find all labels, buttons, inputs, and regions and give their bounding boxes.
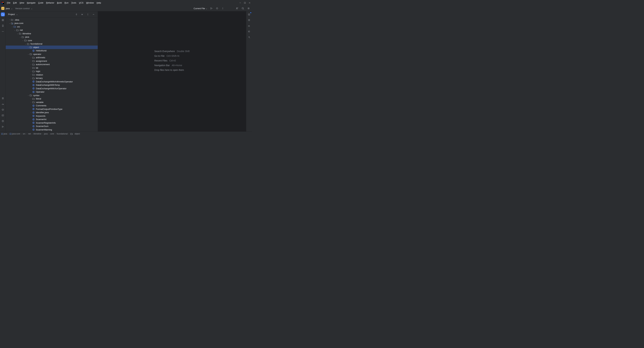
vcs-widget[interactable]: Version control ⌄ [15,7,33,10]
tree-item-object[interactable]: ⌄object [6,45,98,49]
select-opened-file-button[interactable] [74,12,78,16]
hint-row[interactable]: Search EverywhereDouble Shift [154,50,190,52]
todo-tool-button[interactable] [1,96,5,100]
menu-navigate[interactable]: Navigate [26,1,36,5]
editor-empty-state[interactable]: Search EverywhereDouble ShiftGo to FileC… [98,11,246,131]
tree-item-src[interactable]: ⌄src [6,25,98,28]
tree-arrow-icon[interactable]: ⌄ [24,43,27,45]
tree-item--idea[interactable]: ›.idea [6,18,98,21]
tree-item-literal[interactable]: ›literal [6,97,98,101]
tree-item-identifier-java[interactable]: ›Identifier.java [6,111,98,114]
menu-code[interactable]: Code [37,1,44,5]
more-actions-button[interactable] [221,6,224,10]
breadcrumb-item-foundational[interactable]: foundational [57,133,68,135]
bookmarks-tool-button[interactable] [1,24,5,28]
project-badge[interactable]: J [1,7,4,10]
menu-vcs[interactable]: VCS [78,1,85,5]
settings-button[interactable] [247,6,250,10]
breadcrumb-item-core[interactable]: core [50,133,54,135]
tree-item-java[interactable]: ⌄java [6,35,98,39]
notifications-button[interactable] [247,12,251,16]
maven-tool-button[interactable]: m [247,24,251,28]
vcs-tool-button[interactable] [1,125,5,129]
menu-view[interactable]: View [18,1,25,5]
search-button[interactable] [241,6,245,10]
tree-item-scannerint[interactable]: ScannerInt [6,118,98,121]
tree-item-ternary[interactable]: ›ternary [6,76,98,80]
tree-arrow-icon[interactable]: › [30,57,32,58]
services-tool-button[interactable] [1,108,5,112]
tree-item-operator[interactable]: ⌄operator [6,52,98,56]
profiler-tool-button[interactable] [1,102,5,106]
tree-arrow-icon[interactable]: ⌄ [22,39,24,41]
tree-item-bit[interactable]: ›bit [6,66,98,70]
database-tool-button[interactable] [247,18,251,22]
structure-tool-button[interactable] [1,18,5,22]
run-button[interactable] [210,6,213,10]
menu-run[interactable]: Run [63,1,70,5]
problems-tool-button[interactable] [1,119,5,123]
menu-tools[interactable]: Tools [70,1,78,5]
tree-arrow-icon[interactable]: › [30,77,32,79]
tree-arrow-icon[interactable]: › [30,60,32,62]
tree-arrow-icon[interactable]: ⌄ [16,33,19,34]
breadcrumb-item-java[interactable]: java [1,133,7,135]
recover-tool-button[interactable] [247,29,251,33]
tree-item-helloworld[interactable]: HelloWorld [6,49,98,52]
tree-arrow-icon[interactable]: ⌄ [27,53,30,55]
tree-item-core[interactable]: ⌄core [6,39,98,42]
tree-item-foundational[interactable]: ⌄foundational [6,42,98,46]
tree-item-dataexchangewithtemp[interactable]: DataExchangeWithTemp [6,83,98,87]
tree-item-keywords[interactable]: Keywords [6,114,98,118]
breadcrumb-item-java-core[interactable]: java-core [10,133,20,135]
tree-item-comments[interactable]: Comments [6,104,98,107]
more-tools-button[interactable] [1,29,5,33]
tree-arrow-icon[interactable]: ⌄ [27,94,30,96]
tree-arrow-icon[interactable]: ⌄ [8,22,11,24]
project-tree[interactable]: ›.idea⌄java-core⌄src⌄net⌄ittimeline⌄java… [6,17,98,131]
ai-assistant-button[interactable] [247,35,251,39]
tree-item-syntax[interactable]: ⌄syntax [6,94,98,97]
tree-arrow-icon[interactable]: ⌄ [19,36,22,38]
breadcrumb-item-object[interactable]: object [70,132,80,135]
tree-arrow-icon[interactable]: › [30,98,32,100]
tree-item-formatoutputprimitivetype[interactable]: FormatOutputPrimitiveType [6,107,98,111]
tree-item-scannersum[interactable]: ScannerSum [6,125,98,128]
menu-refactor[interactable]: Refactor [45,1,56,5]
tree-arrow-icon[interactable]: › [30,112,32,113]
tree-item-autoincrement[interactable]: ›autoincrement [6,63,98,66]
tree-item-ittimeline[interactable]: ⌄ittimeline [6,32,98,35]
panel-options-button[interactable] [86,12,90,16]
tree-item-operator[interactable]: Operator [6,90,98,94]
tree-item-logic[interactable]: ›logic [6,70,98,73]
breadcrumb-item-src[interactable]: src [23,133,26,135]
menu-window[interactable]: Window [85,1,95,5]
breadcrumb-item-ittimeline[interactable]: ittimeline [33,133,41,135]
hint-row[interactable]: Go to FileCtrl+Shift+N [154,55,190,57]
minimize-button[interactable] [239,2,241,4]
code-with-me-button[interactable] [235,6,239,10]
run-config-dropdown[interactable]: Current File ⌄ [194,7,208,10]
menu-edit[interactable]: Edit [12,1,18,5]
project-view-dropdown[interactable]: Project ⌄ [8,13,18,15]
breadcrumb-item-net[interactable]: net [28,133,31,135]
project-tool-button[interactable] [1,12,5,16]
tree-arrow-icon[interactable]: › [30,67,32,69]
tree-item-dataexchangewitharithmeticoperator[interactable]: DataExchangeWithArithmeticOperator [6,80,98,83]
hide-panel-button[interactable] [92,12,96,16]
tree-item-relation[interactable]: ›relation [6,73,98,76]
tree-arrow-icon[interactable]: ⌄ [27,46,30,48]
tree-arrow-icon[interactable]: › [30,74,32,75]
tree-arrow-icon[interactable]: › [8,19,11,20]
tree-item-assignment[interactable]: ›assignment [6,59,98,63]
tree-item-variable[interactable]: ›variable [6,100,98,104]
tree-arrow-icon[interactable]: ⌄ [14,29,16,31]
tree-item-net[interactable]: ⌄net [6,28,98,32]
debug-button[interactable] [215,6,219,10]
maximize-button[interactable] [244,2,246,4]
tree-arrow-icon[interactable]: › [30,70,32,72]
breadcrumb-item-java[interactable]: java [44,133,48,135]
menu-help[interactable]: Help [96,1,102,5]
tree-arrow-icon[interactable]: › [30,64,32,65]
menu-build[interactable]: Build [56,1,63,5]
